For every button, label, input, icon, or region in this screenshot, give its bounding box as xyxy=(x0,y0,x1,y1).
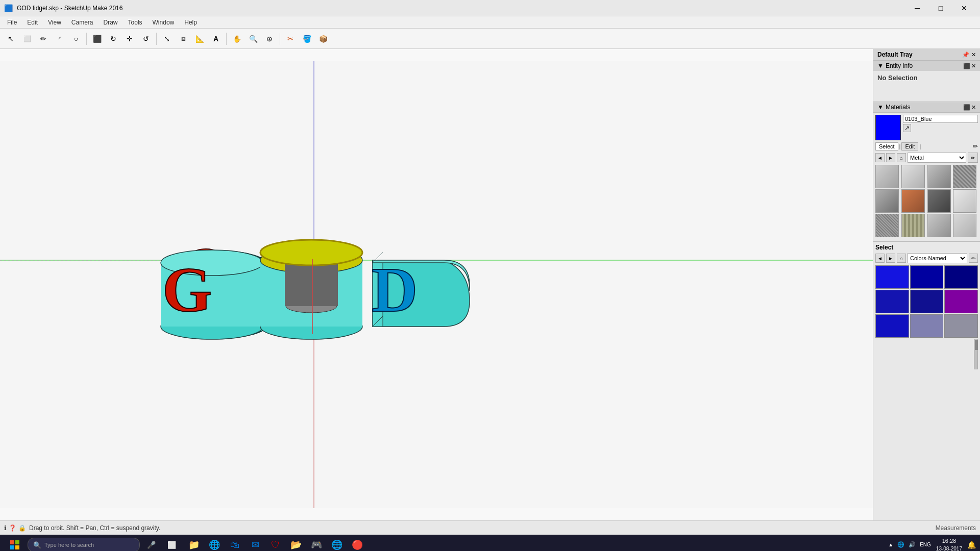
swatch-metal11[interactable] xyxy=(927,214,951,237)
entity-info-header[interactable]: ▼ Entity Info ⬛ ✕ xyxy=(873,61,980,71)
scrollbar-thumb[interactable] xyxy=(975,340,978,350)
select-tool-button[interactable]: ↖ xyxy=(3,31,18,46)
arc-tool-button[interactable]: ◜ xyxy=(52,31,67,46)
menu-view[interactable]: View xyxy=(43,18,66,27)
color-swatch-blue6[interactable] xyxy=(875,314,909,338)
entity-info-close-button[interactable]: ✕ xyxy=(971,63,976,69)
statusbar-icons: ℹ ❓ 🔒 xyxy=(4,524,26,532)
pan-tool-button[interactable]: ✋ xyxy=(229,31,244,46)
scrollbar-track[interactable] xyxy=(974,339,978,369)
mat-home-button[interactable]: ⌂ xyxy=(897,153,906,162)
mat-back-button[interactable]: ◄ xyxy=(875,153,885,162)
color-swatch-blue4[interactable] xyxy=(875,290,909,313)
colors-fwd-button[interactable]: ► xyxy=(886,254,895,263)
material-select-tab[interactable]: Select xyxy=(875,142,898,151)
menu-tools[interactable]: Tools xyxy=(123,18,148,27)
taskbar-search-input[interactable] xyxy=(44,542,126,548)
menu-draw[interactable]: Draw xyxy=(99,18,123,27)
swatch-diamond[interactable] xyxy=(901,214,925,237)
material-name-input[interactable] xyxy=(903,115,978,123)
material-expand-button[interactable]: ↗ xyxy=(903,124,911,132)
rotate-tool-button[interactable]: ↺ xyxy=(138,31,154,46)
tape-tool-button[interactable]: 📐 xyxy=(192,31,207,46)
material-category-dropdown[interactable]: Metal Colors-Named Brick and Cladding Wo… xyxy=(908,153,966,163)
taskbar-search-box[interactable]: 🔍 xyxy=(28,538,140,551)
swatch-metal9[interactable] xyxy=(875,214,899,237)
menu-help[interactable]: Help xyxy=(179,18,202,27)
swatch-light[interactable] xyxy=(953,189,976,213)
move-tool-button[interactable]: ✛ xyxy=(122,31,137,46)
entity-info-detach-button[interactable]: ⬛ xyxy=(963,63,970,69)
notification-icon[interactable]: 🔔 xyxy=(967,541,976,549)
taskbar-store-button[interactable]: 🛍 xyxy=(226,536,244,551)
swatch-metal12[interactable] xyxy=(953,214,976,237)
viewport[interactable]: G G G xyxy=(0,49,873,520)
taskbar-chrome-button[interactable]: 🌐 xyxy=(328,536,346,551)
taskbar-time[interactable]: 16:28 13-08-2017 xyxy=(936,537,962,551)
taskbar-folder-button[interactable]: 📂 xyxy=(287,536,305,551)
color-swatch-blue5[interactable] xyxy=(910,290,944,313)
orbit-tool-button[interactable]: ↻ xyxy=(106,31,121,46)
zoom-tool-button[interactable]: 🔍 xyxy=(246,31,261,46)
circle-tool-button[interactable]: ○ xyxy=(68,31,84,46)
pushpull-tool-button[interactable]: ⬛ xyxy=(89,31,105,46)
statusbar-lock-icon[interactable]: 🔒 xyxy=(18,524,26,532)
swatch-dark[interactable] xyxy=(927,189,951,213)
maximize-button[interactable]: □ xyxy=(929,0,952,16)
colors-category-dropdown[interactable]: Colors-Named Metal Wood xyxy=(908,253,967,263)
material-edit-tab[interactable]: Edit xyxy=(901,142,918,151)
taskbar-cortana-button[interactable]: 🎤 xyxy=(142,536,160,551)
colors-home-button[interactable]: ⌂ xyxy=(897,254,906,263)
color-swatch-slate1[interactable] xyxy=(910,314,944,338)
network-icon[interactable]: 🌐 xyxy=(897,541,904,548)
tray-pin-button[interactable]: 📌 xyxy=(962,52,969,58)
menu-file[interactable]: File xyxy=(2,18,22,27)
paint-tool-button[interactable]: 🪣 xyxy=(299,31,314,46)
pencil-tool-button[interactable]: ✏ xyxy=(36,31,51,46)
offset-tool-button[interactable]: ⧈ xyxy=(176,31,191,46)
color-swatch-slate2[interactable] xyxy=(944,314,978,338)
color-swatch-blue3[interactable] xyxy=(944,265,978,289)
speaker-icon[interactable]: 🔊 xyxy=(909,541,916,548)
zoomext-tool-button[interactable]: ⊕ xyxy=(262,31,277,46)
colors-sample-button[interactable]: ✏ xyxy=(969,254,978,263)
menu-window[interactable]: Window xyxy=(148,18,180,27)
color-swatch-blue1[interactable] xyxy=(875,265,909,289)
eraser-tool-button[interactable]: ⬜ xyxy=(19,31,35,46)
swatch-metal1[interactable] xyxy=(875,165,899,188)
taskbar-game-button[interactable]: 🎮 xyxy=(307,536,326,551)
taskbar-red-button[interactable]: 🔴 xyxy=(348,536,366,551)
taskbar-mail-button[interactable]: ✉ xyxy=(246,536,264,551)
materials-title: Materials xyxy=(886,104,911,111)
color-swatch-purple[interactable] xyxy=(944,290,978,313)
swatch-metalx[interactable] xyxy=(953,165,976,188)
taskbar-fileexplorer-button[interactable]: 📁 xyxy=(185,536,203,551)
swatch-copper[interactable] xyxy=(901,189,925,213)
menu-edit[interactable]: Edit xyxy=(22,18,43,27)
mat-sample-button[interactable]: ✏ xyxy=(968,153,978,163)
menu-camera[interactable]: Camera xyxy=(66,18,99,27)
materials-detach-button[interactable]: ⬛ xyxy=(963,104,970,111)
scale-tool-button[interactable]: ⤡ xyxy=(159,31,175,46)
mat-fwd-button[interactable]: ► xyxy=(886,153,895,162)
minimize-button[interactable]: ─ xyxy=(905,0,929,16)
materials-close-button[interactable]: ✕ xyxy=(971,104,976,111)
statusbar-info2-icon[interactable]: ❓ xyxy=(9,524,16,532)
text-tool-button[interactable]: A xyxy=(208,31,224,46)
tray-close-button[interactable]: ✕ xyxy=(971,52,976,58)
color-swatch-blue2[interactable] xyxy=(910,265,944,289)
swatch-metal2[interactable] xyxy=(901,165,925,188)
colors-back-button[interactable]: ◄ xyxy=(875,254,885,263)
taskbar-chevron-icon[interactable]: ▲ xyxy=(888,542,893,547)
taskbar-shield-button[interactable]: 🛡 xyxy=(266,536,285,551)
start-button[interactable] xyxy=(4,536,26,551)
swatch-metal3[interactable] xyxy=(927,165,951,188)
statusbar-info-icon[interactable]: ℹ xyxy=(4,524,7,532)
taskbar-taskview-button[interactable]: ⬜ xyxy=(162,536,181,551)
taskbar-edge-button[interactable]: 🌐 xyxy=(205,536,224,551)
swatch-metal5[interactable] xyxy=(875,189,899,213)
close-button[interactable]: ✕ xyxy=(952,0,976,16)
section-tool-button[interactable]: ✂ xyxy=(283,31,298,46)
materials-section-header[interactable]: ▼ Materials ⬛ ✕ xyxy=(873,102,980,113)
component-tool-button[interactable]: 📦 xyxy=(315,31,331,46)
